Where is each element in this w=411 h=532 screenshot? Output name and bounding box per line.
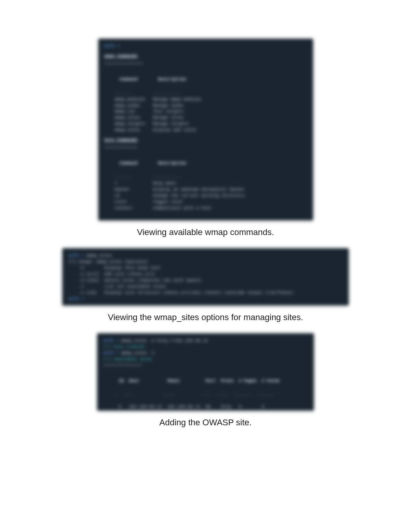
column-headers: Command Description (104, 154, 307, 173)
table-row: ? Help menu (104, 181, 307, 187)
table-row: 0 192.168.68.12 192.168.68.12 80 http 0 … (103, 398, 308, 411)
table-row: wmap_vulns Display web vulns (104, 127, 307, 133)
table-row: wmap_nodes Manage nodes (104, 103, 307, 109)
table-row: wmap_modules Manage wmap modules (104, 97, 307, 103)
table-row: wmap_run Test targets (104, 109, 307, 115)
msf-prompt: msf6 > (68, 253, 86, 258)
output-line: -h Display this help text (68, 265, 342, 271)
output-line: [*] Available sites (103, 356, 308, 363)
figure-wmap-commands: msf6 > wmap Commands =============== Com… (0, 39, 411, 237)
figure-caption: Viewing available wmap commands. (137, 227, 274, 237)
column-headers: Command Description (104, 70, 307, 89)
output-line: [*] Usage: wmap_sites [options] (68, 259, 342, 265)
table-row: connect Communicate with a host (104, 205, 307, 211)
figure-caption: Adding the OWASP site. (159, 418, 252, 428)
table-row: cd Change the current working directory (104, 193, 307, 199)
msf-prompt: msf6 > (103, 338, 121, 343)
msf-prompt: msf6 > (103, 351, 121, 355)
table-header: Id Host Vhost Port Proto # Pages # Forms (103, 372, 308, 390)
output-line: -s [id] Display site structure (vhost,ur… (68, 290, 342, 296)
output-line: -l List all available sites (68, 284, 342, 290)
msf-prompt: msf6 > (68, 297, 86, 301)
figure-caption: Viewing the wmap_sites options for manag… (108, 312, 303, 322)
output-line: -a [url] Add site (vhost,url) (68, 271, 342, 278)
output-line: [*] Site created. (103, 344, 308, 350)
output-line: =============== (103, 363, 308, 369)
table-row: color Toggle color (104, 199, 307, 205)
msf-prompt: msf6 > (104, 44, 122, 48)
figure-wmap-sites-options: msf6 > wmap_sites [*] Usage: wmap_sites … (0, 248, 411, 322)
output-line: -d [ids] Delete sites (separate ids with… (68, 278, 342, 284)
section-header: Core Commands (104, 137, 307, 143)
figure-adding-owasp-site: msf6 > wmap_sites -a http://192.168.68.1… (0, 333, 411, 428)
table-row: wmap_sites Manage sites (104, 115, 307, 121)
table-row: banner Display an awesome metasploit ban… (104, 187, 307, 193)
section-header: wmap Commands (104, 53, 307, 60)
table-row: wmap_targets Manage targets (104, 121, 307, 127)
terminal-screenshot-2: msf6 > wmap_sites [*] Usage: wmap_sites … (62, 248, 349, 305)
terminal-screenshot-1: msf6 > wmap Commands =============== Com… (98, 39, 313, 220)
terminal-screenshot-3: msf6 > wmap_sites -a http://192.168.68.1… (97, 333, 314, 411)
